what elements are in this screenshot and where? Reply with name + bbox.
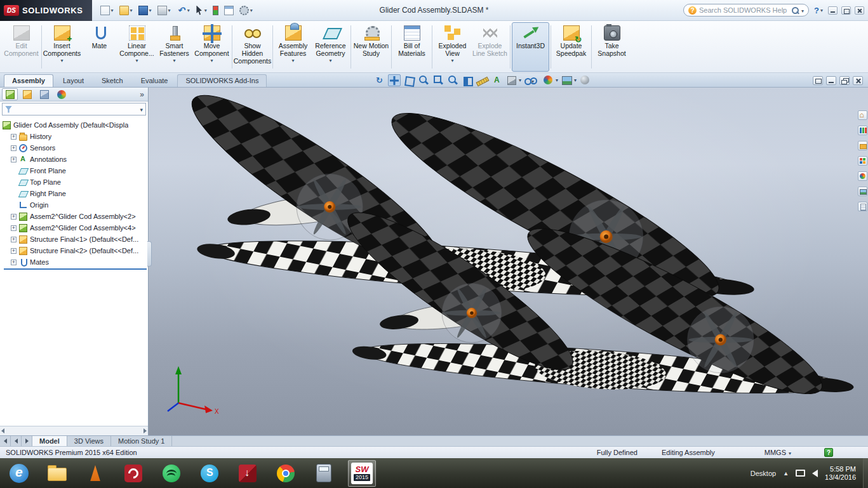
ribbon-button-take-snapshot[interactable]: Take Snapshot bbox=[593, 22, 631, 72]
panel-overflow-button[interactable]: » bbox=[140, 90, 146, 99]
tree-item-sensors[interactable]: Sensors bbox=[3, 142, 148, 154]
zoom-to-area-icon[interactable] bbox=[432, 74, 444, 86]
quick-tips-icon[interactable]: ? bbox=[824, 448, 833, 457]
expand-icon[interactable] bbox=[11, 260, 17, 265]
measure-icon[interactable] bbox=[476, 74, 488, 86]
tree-item-annotations[interactable]: Annotations bbox=[3, 154, 148, 165]
restore-doc-icon[interactable] bbox=[839, 76, 850, 85]
expand-icon[interactable] bbox=[11, 237, 17, 242]
show-desktop-button[interactable] bbox=[863, 458, 868, 488]
view-palette-icon[interactable] bbox=[858, 156, 867, 166]
configuration-manager-tab[interactable] bbox=[36, 88, 52, 100]
ribbon-button-linear-pattern[interactable]: Linear Compone... bbox=[118, 22, 156, 72]
display-style-icon[interactable] bbox=[505, 74, 521, 86]
panel-horizontal-scrollbar[interactable] bbox=[0, 426, 148, 435]
tab-sketch[interactable]: Sketch bbox=[93, 74, 131, 87]
taskbar-acrobat[interactable] bbox=[119, 460, 147, 487]
taskbar-vlc[interactable] bbox=[81, 460, 109, 487]
expand-icon[interactable] bbox=[11, 214, 17, 220]
ribbon-button-explode-line-sketch[interactable]: Explode Line Sketch bbox=[471, 22, 509, 72]
taskbar-calculator[interactable] bbox=[310, 460, 338, 487]
select-button[interactable] bbox=[194, 4, 209, 16]
maximize-button[interactable] bbox=[841, 6, 851, 15]
tree-item-origin[interactable]: Origin bbox=[3, 199, 148, 211]
search-dropdown-icon[interactable] bbox=[801, 6, 804, 14]
apply-scene-icon[interactable] bbox=[560, 74, 577, 86]
print-button[interactable] bbox=[156, 4, 173, 16]
3d-scene[interactable]: X bbox=[149, 88, 868, 435]
dropdown-arrow-icon[interactable] bbox=[329, 58, 331, 63]
ribbon-button-smart-fasteners[interactable]: Smart Fasteners bbox=[156, 22, 193, 72]
dropdown-arrow-icon[interactable] bbox=[60, 58, 63, 63]
resources-home-icon[interactable] bbox=[858, 110, 867, 120]
feature-manager-tab[interactable] bbox=[2, 88, 18, 100]
ribbon-button-move-component[interactable]: Move Component bbox=[193, 22, 230, 72]
tree-item-structure-final-1[interactable]: Structure Final<1> (Default<<Def... bbox=[3, 234, 148, 245]
expand-icon[interactable] bbox=[11, 248, 17, 254]
help-search[interactable] bbox=[683, 4, 809, 16]
ribbon-button-instant3d[interactable]: Instant3D bbox=[512, 22, 549, 72]
tree-item-top-plane[interactable]: Top Plane bbox=[3, 176, 148, 188]
units-label[interactable]: MMGS bbox=[765, 449, 786, 456]
tab-scroll-first-button[interactable] bbox=[0, 436, 11, 446]
rebuild-button[interactable] bbox=[211, 4, 220, 16]
zoom-in-out-icon[interactable] bbox=[446, 74, 459, 86]
tree-item-mates[interactable]: Mates bbox=[3, 256, 148, 268]
open-button[interactable] bbox=[117, 4, 135, 16]
taskbar-solidworks[interactable]: SW 2015 bbox=[348, 460, 376, 487]
scroll-left-icon[interactable] bbox=[1, 428, 4, 433]
taskbar-spotify[interactable] bbox=[157, 460, 185, 487]
tab-motion-study-1[interactable]: Motion Study 1 bbox=[111, 436, 172, 446]
search-input[interactable] bbox=[699, 6, 789, 14]
expand-icon[interactable] bbox=[11, 225, 17, 231]
tree-item-assembly-root[interactable]: Glider Cod Assembly (Default<Displa bbox=[3, 119, 148, 131]
desktop-label[interactable]: Desktop bbox=[751, 470, 776, 477]
tree-item-assem2-4[interactable]: Assem2^Glider Cod Assembly<4> bbox=[3, 222, 148, 234]
dropdown-arrow-icon[interactable] bbox=[451, 58, 453, 63]
close-button[interactable] bbox=[855, 6, 864, 15]
tree-filter[interactable] bbox=[2, 103, 146, 115]
view-orientation-icon[interactable] bbox=[403, 74, 415, 86]
tab-evaluate[interactable]: Evaluate bbox=[133, 74, 177, 87]
taskbar-download-manager[interactable] bbox=[234, 460, 262, 487]
display-manager-tab[interactable] bbox=[53, 88, 69, 100]
help-button[interactable]: ? bbox=[814, 6, 823, 15]
section-view-icon[interactable] bbox=[461, 74, 474, 86]
expand-icon[interactable] bbox=[11, 134, 17, 140]
dropdown-arrow-icon[interactable] bbox=[210, 58, 213, 63]
ribbon-button-edit-component[interactable]: Edit Component bbox=[3, 22, 40, 72]
design-library-icon[interactable] bbox=[858, 126, 867, 135]
ribbon-button-exploded-view[interactable]: Exploded View bbox=[434, 22, 471, 72]
tab-layout[interactable]: Layout bbox=[55, 74, 92, 87]
ribbon-button-reference-geometry[interactable]: Reference Geometry bbox=[312, 22, 349, 72]
tab-3d-views[interactable]: 3D Views bbox=[67, 436, 111, 446]
options-button[interactable] bbox=[237, 4, 255, 16]
ribbon-button-bill-of-materials[interactable]: Bill of Materials bbox=[393, 22, 431, 72]
tree-item-right-plane[interactable]: Right Plane bbox=[3, 188, 148, 199]
taskbar-internet-explorer[interactable] bbox=[5, 460, 33, 487]
ribbon-button-update-speedpak[interactable]: Update Speedpak bbox=[552, 22, 590, 72]
units-dropdown-icon[interactable] bbox=[789, 449, 791, 456]
minimize-doc-icon[interactable] bbox=[826, 76, 836, 85]
tree-item-assem2-2[interactable]: Assem2^Glider Cod Assembly<2> bbox=[3, 211, 148, 222]
taskbar-file-explorer[interactable] bbox=[43, 460, 71, 487]
dropdown-arrow-icon[interactable] bbox=[135, 58, 138, 63]
panel-splitter-grip[interactable] bbox=[147, 241, 152, 267]
scroll-right-icon[interactable] bbox=[144, 428, 147, 433]
tree-item-structure-final-2[interactable]: Structure Final<2> (Default<<Def... bbox=[3, 245, 148, 256]
expand-icon[interactable] bbox=[11, 145, 17, 151]
expand-icon[interactable] bbox=[11, 157, 17, 162]
appearances-icon[interactable] bbox=[858, 171, 867, 181]
volume-tray-icon[interactable] bbox=[812, 470, 818, 477]
minimize-button[interactable] bbox=[828, 6, 838, 15]
hide-show-items-icon[interactable] bbox=[523, 74, 540, 86]
tab-model[interactable]: Model bbox=[32, 436, 67, 446]
scenes-icon[interactable] bbox=[858, 187, 867, 196]
view-settings-icon[interactable] bbox=[578, 74, 591, 86]
new-window-icon[interactable] bbox=[813, 76, 823, 85]
ribbon-button-assembly-features[interactable]: Assembly Features bbox=[274, 22, 312, 72]
zoom-to-fit-icon[interactable] bbox=[417, 74, 430, 86]
close-doc-icon[interactable] bbox=[853, 76, 863, 85]
property-manager-tab[interactable] bbox=[19, 88, 35, 100]
tab-scroll-right-button[interactable] bbox=[22, 436, 32, 446]
